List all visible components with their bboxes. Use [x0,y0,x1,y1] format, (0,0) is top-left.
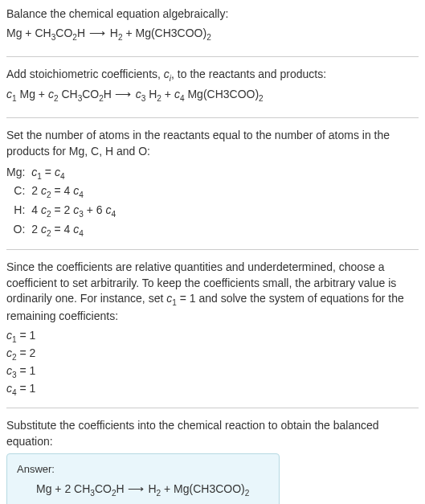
ca: c [41,203,47,216]
pre: 2 [31,223,41,236]
eq-val: 2 c2 = 4 c4 [31,220,116,240]
arrow-icon: ⟶ [85,27,110,39]
cb: c [55,166,60,178]
coef-1: c1 = 1 [6,328,419,346]
sp2a: CH [59,88,78,100]
ans-h: + Mg(CH3COO) [161,482,245,495]
c4: c [174,88,180,100]
plus2: + [123,27,136,39]
sp2e: H [104,88,115,100]
coef-4: c4 = 1 [6,381,419,399]
section-atoms: Set the number of atoms in the reactants… [6,128,419,250]
section-stoich: Add stoichiometric coefficients, ci, to … [6,67,419,119]
arrow-icon-3: ⟶ [128,482,149,495]
ca: c [41,184,47,197]
section2-equation: c1 Mg + c2 CH3CO2H ⟶ c3 H2 + c4 Mg(CH3CO… [6,87,419,104]
coefficient-list: c1 = 1 c2 = 2 c3 = 1 c4 = 1 [6,328,419,399]
section5-intro: Substitute the coefficients into the che… [6,418,419,449]
coef-2: c2 = 2 [6,346,419,363]
sb: 4 [60,171,65,180]
intro-text-b: , to the reactants and products: [171,68,326,80]
c2: c [48,88,54,100]
section-balance: Balance the chemical equation algebraica… [6,6,419,57]
ans-e: H [116,482,128,495]
eq-val: 4 c2 = 2 c3 + 6 c4 [31,201,116,220]
arrow-icon-2: ⟶ [115,88,136,100]
eq-row-mg: Mg: c1 = c4 [6,163,116,182]
sp3a: H [145,88,157,100]
eq-row-o: O: 2 c2 = 4 c4 [6,220,116,240]
intro-text-a: Add stoichiometric coefficients, [6,68,164,80]
eq-label: C: [6,182,31,201]
eq-row-h: H: 4 c2 = 2 c3 + 6 c4 [6,201,116,220]
plus3: + [161,88,174,100]
sp1: Mg + [17,88,48,100]
section3-intro: Set the number of atoms in the reactants… [6,128,419,159]
ans-c: CO [95,482,112,495]
section4-intro: Since the coefficients are relative quan… [6,260,419,325]
mid: = [42,166,55,178]
ci-c: c [164,68,170,80]
mid2: + 6 [84,203,106,216]
pre: 2 [31,184,41,197]
sb: 4 [79,191,84,199]
mid: = 4 [51,223,74,236]
coef-3: c3 = 1 [6,363,419,381]
answer-label: Answer: [17,462,269,477]
sc: 4 [112,210,116,219]
answer-equation: Mg + 2 CH3CO2H ⟶ H2 + Mg(CH3COO)2 [17,481,269,499]
eq-label: H: [6,201,31,220]
section-solve: Since the coefficients are relative quan… [6,260,419,408]
reactant-co: CO [55,27,72,39]
reactant-ch: CH [35,27,51,39]
product-h: H [110,27,118,39]
c1: c [6,88,12,100]
reactant-h: H [77,27,85,39]
sub-2c: 2 [206,32,211,41]
c: c [6,329,12,342]
eq-val: c1 = c4 [31,163,116,182]
sp4a: Mg(CH3COO) [185,88,259,100]
ca: c [41,223,47,236]
pre: 4 [31,203,41,216]
eq-row-c: C: 2 c2 = 4 c4 [6,182,116,201]
sb: 4 [79,229,84,238]
c: c [6,346,12,359]
mid: = 4 [51,184,74,197]
atom-equations: Mg: c1 = c4 C: 2 c2 = 4 c4 H: 4 c2 = 2 c… [6,163,116,240]
c: c [6,364,12,377]
mid: = 2 [51,203,74,216]
product-mgacet: Mg(CH3COO) [135,27,206,39]
answer-box: Answer: Mg + 2 CH3CO2H ⟶ H2 + Mg(CH3COO)… [6,453,280,504]
plus: + [22,27,35,39]
ans-i: 2 [245,489,250,498]
section1-title: Balance the chemical equation algebraica… [6,6,419,23]
eq-val: 2 c2 = 4 c4 [31,182,116,201]
ans-f: H [148,482,156,495]
cc: c [106,203,112,216]
sp4b: 2 [259,94,264,103]
ans-a: Mg + 2 CH [36,482,90,495]
reactant-mg: Mg [6,27,22,39]
eq-label: O: [6,220,31,240]
v: = 1 [17,329,36,342]
section1-equation: Mg + CH3CO2H ⟶ H2 + Mg(CH3COO)2 [6,26,419,43]
section-result: Substitute the coefficients into the che… [6,418,419,504]
v: = 1 [17,382,36,395]
c: c [6,382,12,395]
v: = 2 [17,346,36,359]
eq-label: Mg: [6,163,31,182]
section2-intro: Add stoichiometric coefficients, ci, to … [6,67,419,84]
sp2c: CO [82,88,99,100]
c3: c [136,88,141,100]
v: = 1 [17,364,36,377]
